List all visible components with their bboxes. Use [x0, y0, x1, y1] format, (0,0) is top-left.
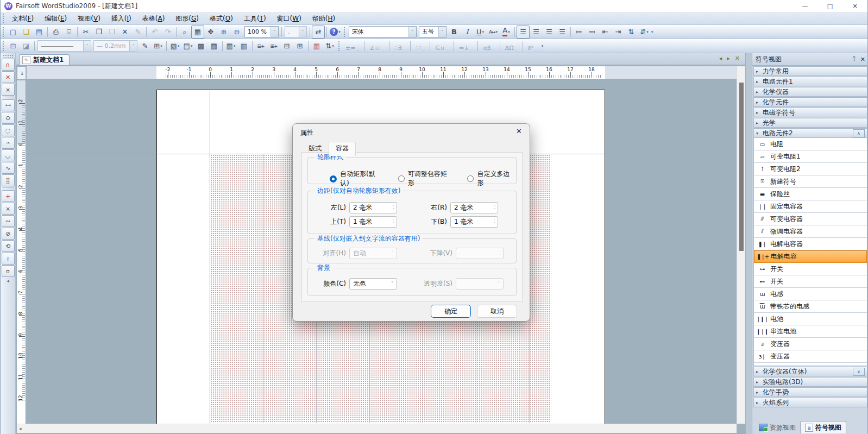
radio-selected-icon[interactable] [330, 175, 337, 183]
zoom-level-combo[interactable]: 100 %˅ [244, 26, 279, 37]
decrease-indent-button[interactable]: ⇤ [599, 26, 612, 39]
symbol-item[interactable]: ⫽微调电容器 [754, 225, 867, 238]
symbol-group-header[interactable]: ▸电路元件1 [753, 77, 867, 86]
shading-dropdown-icon[interactable]: ▾ [178, 44, 180, 48]
symbol-group-header[interactable]: ▸化学手势 [753, 387, 867, 397]
circle-points-tool-button[interactable]: ◌ [2, 124, 15, 136]
cancel-button[interactable]: 取消 [477, 305, 517, 318]
snap-magnet-button[interactable]: ∩ [2, 59, 15, 71]
panel-splitter[interactable] [745, 53, 752, 434]
s-curve-tool-button[interactable]: ≀ [2, 253, 15, 265]
math-symbol-button-3[interactable]: ∵∶… [412, 40, 428, 53]
undo-button[interactable]: ↶ [148, 26, 161, 39]
text-direction-button[interactable]: ⇄ [312, 26, 325, 39]
point-tool-button[interactable]: -•- [2, 137, 15, 149]
shading-button[interactable]: ▧▾ [168, 40, 181, 53]
insert-row-button[interactable]: ⊟+ [254, 40, 267, 53]
align-right-button[interactable]: ☰ [543, 26, 556, 39]
font-name-combo[interactable]: 宋体˅ [349, 26, 417, 37]
secondary-combo[interactable]: ,˅ [285, 26, 307, 37]
outline-option-1[interactable]: 可调整包容矩形 [398, 169, 454, 188]
increase-indent-button[interactable]: ⇥ [612, 26, 625, 39]
symbol-item[interactable]: ❚❘电解电容器 [754, 238, 867, 250]
dialog-tab-1[interactable]: 容器 [329, 142, 356, 156]
chevron-down-icon[interactable]: ˅ [391, 281, 397, 286]
delete-button[interactable]: ✕ [118, 26, 131, 39]
line-spacing-button[interactable]: ⇅ [625, 26, 638, 39]
symbol-item[interactable]: ⫻可变电容器 [754, 213, 867, 225]
cell-align-button[interactable]: ▤▾ [181, 40, 194, 53]
symbol-item[interactable]: ɯ带铁芯的电感 [754, 300, 867, 313]
symbol-edit-button[interactable]: ⊡ [7, 40, 20, 53]
grid-toggle-button[interactable]: ▦ [191, 26, 204, 39]
tab-close-icon[interactable]: ✕ [735, 55, 740, 62]
vertical-scrollbar[interactable] [737, 66, 745, 424]
zoom-in-button[interactable]: ⊕ [217, 26, 230, 39]
paste-button[interactable]: ❒ [105, 26, 118, 39]
borders-dropdown-icon[interactable]: ▾ [160, 44, 162, 48]
menu-w[interactable]: 窗口(W) [272, 13, 307, 24]
arc-tool-button[interactable]: ◡ [2, 149, 15, 161]
scroll-up-button[interactable]: ∧ [853, 129, 865, 137]
spinner-arrows-icon[interactable]: ˄˅ [393, 219, 397, 225]
cross-point-tool-button[interactable]: + [2, 190, 15, 202]
scroll-left-icon[interactable]: ◂ [19, 426, 22, 431]
chevron-down-icon[interactable]: ˅ [498, 281, 503, 286]
symbol-item[interactable]: ⊺可变电阻2 [754, 163, 867, 175]
hook-tool-button[interactable]: ʊ [2, 265, 15, 277]
symbol-item[interactable]: ɜ变压器 [754, 338, 867, 350]
chevron-down-icon[interactable]: ˅ [391, 251, 397, 256]
math-symbol-button-4[interactable]: ∈∪… [432, 40, 452, 53]
paragraph-spacing-button[interactable]: ⇵▾ [638, 26, 651, 39]
math-symbol-button-6[interactable]: αβ… [480, 40, 498, 53]
line-width-dropdown-icon[interactable]: ˅ [129, 41, 137, 51]
align-justify-button[interactable]: ☰ [556, 26, 569, 39]
delete-object-button[interactable]: × [2, 84, 15, 96]
zoom-level-dropdown-icon[interactable]: ˅ [271, 27, 278, 37]
math-symbol-button-5[interactable]: ⇒↓… [456, 40, 476, 53]
bold-button[interactable]: B [448, 26, 461, 39]
polyline-tool-button[interactable]: ∾ [2, 215, 15, 227]
math-symbol-button-8[interactable]: ∂°… [525, 40, 541, 53]
redo-button[interactable]: ↷ [161, 26, 174, 39]
char-scale-button[interactable]: A↔▾ [487, 26, 500, 39]
symbol-item[interactable]: ⊶开关 [754, 263, 867, 275]
background-color-combo[interactable]: 无色˅ [349, 278, 397, 290]
pin-icon[interactable]: ⍑ [852, 56, 856, 63]
tools-grip[interactable] [3, 54, 13, 58]
panel-close-icon[interactable]: ✕ [860, 56, 865, 63]
line-width-combo[interactable]: — 0.2mm˅ [93, 40, 137, 52]
maximize-button[interactable]: □ [817, 0, 842, 12]
margin-left-input[interactable]: 2 毫米˄˅ [349, 202, 397, 213]
symbol-item[interactable]: ❘❙❘电池 [754, 313, 867, 325]
math-symbol-button-2[interactable]: ∴∃… [391, 40, 409, 53]
symbol-item[interactable]: ❚❘+电解电容 [754, 250, 867, 263]
collapse-tools-button[interactable]: ◂ [1, 278, 15, 284]
sort-dropdown-icon[interactable]: ▾ [332, 44, 334, 48]
bullet-list-button[interactable]: ≔ [573, 26, 586, 39]
minimize-button[interactable]: — [792, 0, 817, 12]
symbol-group-header[interactable]: ▸力学常用 [753, 66, 867, 76]
menu-o[interactable]: 格式(O) [204, 13, 238, 24]
menu-h[interactable]: 帮助(H) [307, 13, 341, 24]
insert-column-button[interactable]: ⊞+ [267, 40, 280, 53]
symbol-group-header[interactable]: ▸实验电路(3D) [753, 377, 867, 387]
curve-tool-button[interactable]: ∿ [2, 162, 15, 174]
symbol-item[interactable]: ⊷开关 [754, 275, 867, 288]
angle-tool-button[interactable]: ⨯ [2, 203, 15, 215]
secondary-dropdown-icon[interactable]: ˅ [299, 27, 306, 37]
symbol-group-header[interactable]: ▸火焰系列 [753, 398, 867, 407]
distribute-rows-button[interactable]: ⊟ [280, 40, 293, 53]
table-grid-button[interactable]: ▦▾ [224, 40, 237, 53]
char-scale-dropdown-icon[interactable]: ▾ [496, 30, 498, 34]
help-button[interactable]: ?▾ [329, 26, 342, 39]
symbol-group-header[interactable]: ▸化学元件 [753, 97, 867, 107]
grid-pattern-red-button[interactable]: ▦ [310, 40, 323, 53]
font-color-dropdown-icon[interactable]: ▾ [508, 30, 510, 34]
paragraph-spacing-dropdown-icon[interactable]: ▾ [646, 30, 649, 34]
line-style-dropdown-icon[interactable]: ˅ [83, 41, 91, 51]
pen-style-button[interactable]: ✎ [139, 40, 152, 53]
panel-tab-resource-view[interactable]: 资源视图 [754, 422, 800, 433]
background-transparency-combo[interactable]: ˅ [456, 278, 504, 290]
symbol-group-header[interactable]: ▾电路元件2∧ [753, 128, 867, 138]
